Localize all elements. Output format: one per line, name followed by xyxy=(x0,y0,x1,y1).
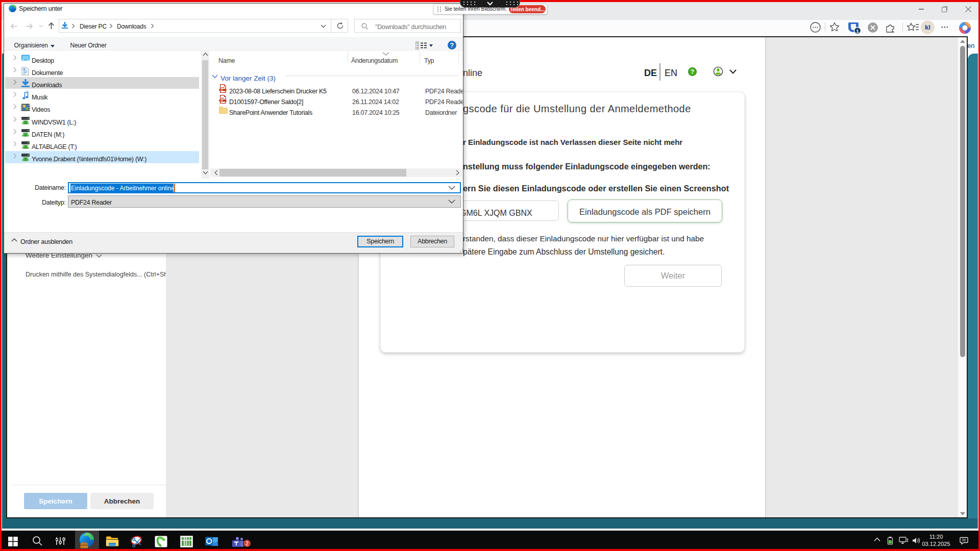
svg-text:1: 1 xyxy=(856,28,859,34)
